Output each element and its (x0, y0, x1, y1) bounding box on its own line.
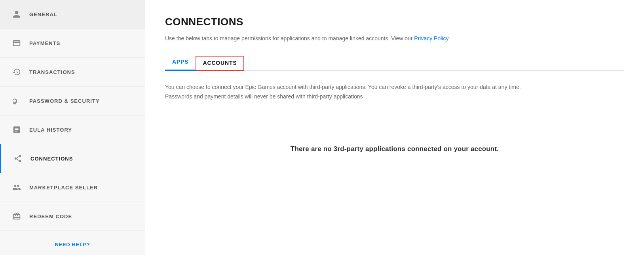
sidebar-item-marketplace-seller[interactable]: MARKETPLACE SELLER (0, 173, 145, 202)
sidebar-item-eula-history[interactable]: EULA HISTORY (0, 115, 145, 144)
sidebar-item-redeem-code[interactable]: REDEEM CODE (0, 202, 145, 231)
sidebar: GENERAL PAYMENTS TRANSACTIONS PASSWORD &… (0, 0, 145, 255)
tab-accounts[interactable]: ACCOUNTS (196, 56, 244, 71)
page-subtitle: Use the below tabs to manage permissions… (165, 34, 624, 43)
share-icon (12, 153, 23, 164)
need-help-link[interactable]: NEED HELP? (55, 242, 90, 247)
history-icon (11, 66, 22, 77)
privacy-policy-link[interactable]: Privacy Policy (414, 35, 448, 42)
gift-icon (11, 211, 22, 222)
sidebar-item-transactions[interactable]: TRANSACTIONS (0, 58, 145, 87)
empty-state: There are no 3rd-party applications conn… (165, 121, 624, 177)
tab-apps[interactable]: APPS (165, 55, 196, 71)
subtitle-text: Use the below tabs to manage permissions… (165, 35, 414, 42)
main-content: CONNECTIONS Use the below tabs to manage… (145, 0, 644, 255)
sidebar-item-connections[interactable]: CONNECTIONS (0, 144, 145, 173)
key-icon (11, 95, 22, 106)
sidebar-item-payments-label: PAYMENTS (29, 40, 60, 46)
seller-icon (11, 182, 22, 193)
sidebar-item-password-security[interactable]: PASSWORD & SECURITY (0, 87, 145, 115)
sidebar-item-connections-label: CONNECTIONS (30, 156, 73, 162)
sidebar-item-password-security-label: PASSWORD & SECURITY (29, 98, 100, 104)
page-title: CONNECTIONS (165, 16, 624, 28)
sidebar-item-eula-history-label: EULA HISTORY (29, 127, 72, 133)
payment-icon (11, 38, 22, 49)
clipboard-icon (11, 124, 22, 135)
subtitle-end: . (448, 35, 450, 42)
sidebar-item-transactions-label: TRANSACTIONS (29, 69, 75, 75)
sidebar-item-general[interactable]: GENERAL (0, 0, 145, 29)
apps-description: You can choose to connect your Epic Game… (165, 83, 541, 102)
sidebar-item-general-label: GENERAL (29, 11, 57, 17)
sidebar-item-payments[interactable]: PAYMENTS (0, 29, 145, 58)
tabs-container: APPS ACCOUNTS (165, 55, 624, 71)
sidebar-item-marketplace-seller-label: MARKETPLACE SELLER (29, 185, 98, 191)
sidebar-item-redeem-code-label: REDEEM CODE (29, 213, 72, 219)
person-icon (11, 9, 22, 20)
sidebar-footer: NEED HELP? (0, 231, 145, 255)
